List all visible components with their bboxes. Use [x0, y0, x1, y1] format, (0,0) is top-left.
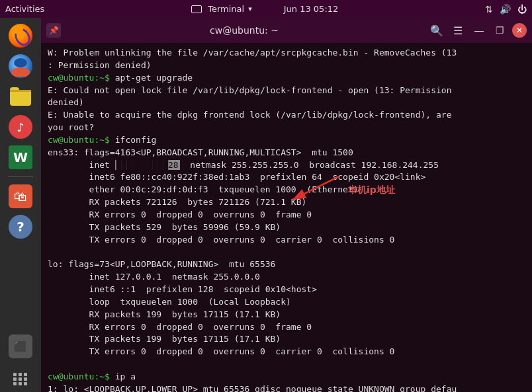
topbar-center: Terminal ▾ Jun 13 05:12	[191, 4, 338, 14]
terminal-titlebar: 📌 cw@ubuntu: ~ 🔍 ☰ — ❐ ✕	[41, 18, 532, 43]
topbar-terminal-label[interactable]: Terminal	[208, 4, 244, 14]
activities-label[interactable]: Activities	[5, 4, 44, 14]
sidebar: ♪ W 🛍 ? ⬛	[0, 18, 41, 392]
topbar-right: ⇅ 🔊 ⏻	[485, 4, 527, 15]
terminal-window-icon	[191, 5, 202, 13]
titlebar-right: 🔍 ☰ — ❐ ✕	[427, 21, 527, 40]
terminal-window: 📌 cw@ubuntu: ~ 🔍 ☰ — ❐ ✕ W: Problem unli…	[41, 18, 532, 392]
sidebar-icon-files[interactable]	[7, 83, 34, 110]
arrow-icon	[286, 173, 345, 206]
topbar: Activities Terminal ▾ Jun 13 05:12 ⇅ 🔊 ⏻	[0, 0, 532, 18]
topbar-left: Activities	[5, 4, 44, 14]
sidebar-divider	[8, 176, 33, 177]
titlebar-left: 📌	[46, 23, 61, 38]
sidebar-apps-grid[interactable]	[13, 373, 28, 385]
sidebar-icon-libreoffice[interactable]: W	[7, 143, 34, 171]
svg-line-1	[292, 176, 339, 200]
sidebar-icon-rhythmbox[interactable]: ♪	[7, 113, 34, 141]
sidebar-icon-firefox[interactable]	[7, 22, 34, 50]
ip-annotation: 本机ip地址	[286, 173, 395, 206]
sidebar-icon-appcenter[interactable]: 🛍	[7, 182, 34, 210]
pin-icon[interactable]: 📌	[46, 23, 61, 38]
topbar-terminal-dropdown[interactable]: ▾	[248, 5, 252, 13]
terminal-maximize-button[interactable]: ❐	[491, 23, 510, 38]
sidebar-icon-unknown[interactable]: ⬛	[7, 333, 34, 360]
network-icon[interactable]: ⇅	[485, 4, 493, 15]
sidebar-icon-thunderbird[interactable]	[7, 52, 34, 80]
terminal-close-button[interactable]: ✕	[512, 23, 527, 38]
terminal-minimize-button[interactable]: —	[470, 23, 488, 38]
topbar-datetime: Jun 13 05:12	[284, 4, 339, 14]
terminal-output: W: Problem unlinking the file /var/cache…	[48, 47, 525, 392]
terminal-content[interactable]: W: Problem unlinking the file /var/cache…	[41, 43, 532, 392]
power-icon[interactable]: ⏻	[517, 4, 527, 15]
terminal-title: cw@ubuntu: ~	[210, 25, 279, 36]
annotation-text: 本机ip地址	[348, 183, 395, 196]
terminal-search-button[interactable]: 🔍	[427, 21, 446, 40]
sidebar-icon-help[interactable]: ?	[7, 213, 34, 241]
audio-icon[interactable]: 🔊	[500, 4, 511, 15]
terminal-menu-button[interactable]: ☰	[449, 21, 467, 40]
